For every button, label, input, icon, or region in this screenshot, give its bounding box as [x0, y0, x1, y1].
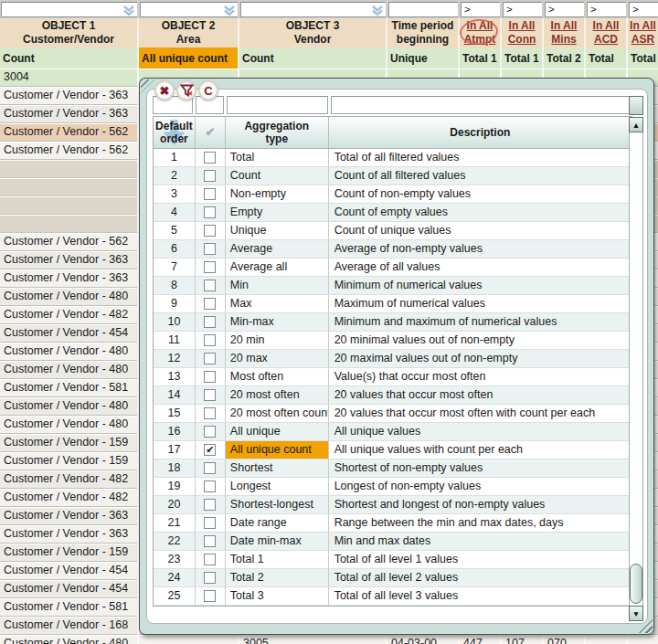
aggregation-row[interactable]: 23Total 1Total of all level 1 values — [154, 551, 631, 569]
aggregation-type-cell[interactable]: Max — [226, 295, 329, 313]
description-column-header[interactable]: Description — [329, 117, 631, 148]
column-filter-input[interactable]: > — [503, 2, 542, 17]
customer-vendor-cell[interactable]: Customer / Vendor - 168 — [0, 617, 137, 635]
customer-vendor-cell[interactable]: Customer / Vendor - 480 — [0, 397, 137, 416]
aggregation-cell-in-all-conn[interactable]: Total 1 — [502, 48, 542, 69]
column-header-in-all-atmpt[interactable]: In AllAtmpt — [460, 18, 500, 48]
aggregation-type-column-header[interactable]: Aggregation type — [226, 117, 329, 148]
aggregation-cell-in-all-acd[interactable]: Total — [586, 48, 626, 69]
scrollbar-track[interactable] — [629, 132, 643, 606]
row-checkbox[interactable]: ✔ — [204, 444, 216, 456]
aggregation-row[interactable]: 25Total 3Total of all level 3 values — [154, 587, 631, 606]
aggregation-type-cell[interactable]: All unique count — [226, 441, 329, 459]
aggregation-type-cell[interactable]: Date min-max — [226, 533, 329, 551]
customer-vendor-cell[interactable]: Customer / Vendor - 581 — [0, 598, 137, 617]
select-all-column-header[interactable]: ✔ — [196, 117, 226, 148]
customer-vendor-cell[interactable]: Customer / Vendor - 562 — [0, 123, 137, 142]
customer-vendor-cell[interactable]: Customer / Vendor - 363 — [0, 251, 137, 269]
customer-vendor-cell[interactable]: Customer / Vendor - 363 — [0, 105, 137, 123]
data-cell[interactable]: 447 — [460, 635, 500, 644]
aggregation-row[interactable]: 16All uniqueAll unique values — [154, 423, 631, 441]
column-filter-input[interactable] — [1, 2, 137, 17]
chevron-down-icon[interactable] — [371, 5, 384, 18]
aggregation-row[interactable]: 8MinMinimum of numerical values — [154, 277, 631, 295]
row-checkbox[interactable] — [204, 426, 216, 438]
aggregation-row[interactable]: 1420 most often20 values that occur most… — [154, 386, 631, 405]
aggregation-type-cell[interactable]: Date range — [226, 514, 329, 533]
aggregation-cell-time-period[interactable]: Unique — [387, 48, 458, 69]
column-header-in-all-conn[interactable]: In AllConn — [502, 18, 542, 48]
row-checkbox[interactable] — [204, 261, 216, 273]
aggregation-row[interactable]: 18ShortestShortest of non-empty values — [154, 459, 631, 478]
customer-vendor-cell[interactable]: Customer / Vendor - 482 — [0, 306, 137, 324]
customer-vendor-cell[interactable] — [0, 196, 137, 215]
aggregation-type-filter-input[interactable] — [227, 96, 328, 114]
row-checkbox[interactable] — [204, 389, 216, 401]
customer-vendor-cell[interactable]: Customer / Vendor - 581 — [0, 379, 137, 397]
aggregation-type-cell[interactable]: Shortest-longest — [226, 496, 329, 514]
row-checkbox[interactable] — [204, 225, 216, 237]
customer-vendor-cell[interactable]: Customer / Vendor - 454 — [0, 562, 137, 580]
aggregation-row[interactable]: 3Non-emptyCount of non-empty values — [154, 185, 631, 204]
aggregation-cell-in-all-atmpt[interactable]: Total 1 — [460, 48, 500, 69]
aggregation-row[interactable]: 1220 max20 maximal values out of non-emp… — [154, 350, 631, 368]
aggregation-row[interactable]: 4EmptyCount of empty values — [154, 204, 631, 222]
aggregation-row[interactable]: 20Shortest-longestShortest and longest o… — [154, 496, 631, 514]
aggregation-type-cell[interactable]: Total 2 — [226, 569, 329, 587]
aggregation-cell-object1[interactable]: Count — [0, 48, 137, 69]
data-cell[interactable] — [586, 635, 626, 644]
customer-vendor-cell[interactable]: Customer / Vendor - 562 — [0, 142, 137, 160]
customer-vendor-cell[interactable]: Customer / Vendor - 363 — [0, 507, 137, 525]
aggregation-type-cell[interactable]: Average all — [226, 259, 329, 277]
customer-vendor-cell[interactable]: Customer / Vendor - 363 — [0, 87, 137, 105]
column-filter-input[interactable]: > — [629, 2, 658, 17]
aggregation-row[interactable]: 21Date rangeRange between the min and ma… — [154, 514, 631, 533]
aggregation-type-cell[interactable]: Average — [226, 240, 329, 259]
chevron-down-icon[interactable] — [122, 5, 135, 18]
column-filter-input[interactable] — [140, 2, 238, 17]
aggregation-type-cell[interactable]: Count — [226, 167, 329, 185]
row-checkbox[interactable] — [204, 316, 216, 328]
aggregation-type-cell[interactable]: 20 max — [226, 350, 329, 368]
close-button[interactable]: ✖ — [154, 80, 175, 100]
row-checkbox[interactable] — [204, 462, 216, 474]
aggregation-row[interactable]: 1120 min20 minimal values out of non-emp… — [154, 332, 631, 350]
aggregation-cell-in-all-mins[interactable]: Total 2 — [544, 48, 584, 69]
data-cell[interactable]: 3005 — [239, 635, 386, 644]
row-checkbox[interactable] — [204, 353, 216, 364]
customer-vendor-cell[interactable] — [0, 178, 137, 196]
row-checkbox[interactable] — [204, 407, 216, 419]
aggregation-row[interactable]: 17✔All unique countAll unique values wit… — [154, 441, 631, 459]
data-cell[interactable] — [139, 635, 238, 644]
customer-vendor-cell[interactable]: 3004 — [0, 69, 137, 87]
row-checkbox[interactable] — [204, 243, 216, 255]
data-cell[interactable]: 070 — [544, 635, 584, 644]
scrollbar-up-button[interactable]: ▲ — [629, 117, 643, 132]
aggregation-type-cell[interactable]: All unique — [226, 423, 329, 441]
customer-vendor-cell[interactable]: Customer / Vendor - 159 — [0, 434, 137, 452]
aggregation-cell-in-all-asr[interactable]: Total — [628, 48, 658, 69]
aggregation-type-cell[interactable]: Total 1 — [226, 551, 329, 569]
row-checkbox[interactable] — [204, 206, 216, 218]
customer-vendor-cell[interactable] — [0, 160, 137, 178]
chevron-down-icon[interactable] — [223, 5, 236, 18]
aggregation-type-cell[interactable]: Most often — [226, 368, 329, 386]
customer-vendor-cell[interactable]: Customer / Vendor - 159 — [0, 452, 137, 470]
row-checkbox[interactable] — [204, 188, 216, 200]
aggregation-row[interactable]: 19LongestLongest of non-empty values — [154, 478, 631, 496]
customer-vendor-cell[interactable]: Customer / Vendor - 480 — [0, 288, 137, 306]
aggregation-type-cell[interactable]: Empty — [226, 204, 329, 222]
customer-vendor-cell[interactable]: Customer / Vendor - 482 — [0, 489, 137, 507]
aggregation-type-cell[interactable]: 20 min — [226, 332, 329, 350]
aggregation-row[interactable]: 7Average allAverage of all values — [154, 259, 631, 277]
aggregation-row[interactable]: 9MaxMaximum of numerical values — [154, 295, 631, 313]
customer-vendor-cell[interactable]: Customer / Vendor - 480 — [0, 343, 137, 361]
aggregation-type-cell[interactable]: Shortest — [226, 459, 329, 478]
customer-vendor-cell[interactable]: Customer / Vendor - 480 — [0, 361, 137, 379]
row-checkbox[interactable] — [204, 152, 216, 164]
customer-vendor-cell[interactable] — [0, 215, 137, 233]
row-checkbox[interactable] — [204, 535, 216, 547]
row-checkbox[interactable] — [204, 170, 216, 182]
data-cell[interactable]: 107 — [502, 635, 542, 644]
column-filter-input[interactable] — [388, 2, 458, 17]
